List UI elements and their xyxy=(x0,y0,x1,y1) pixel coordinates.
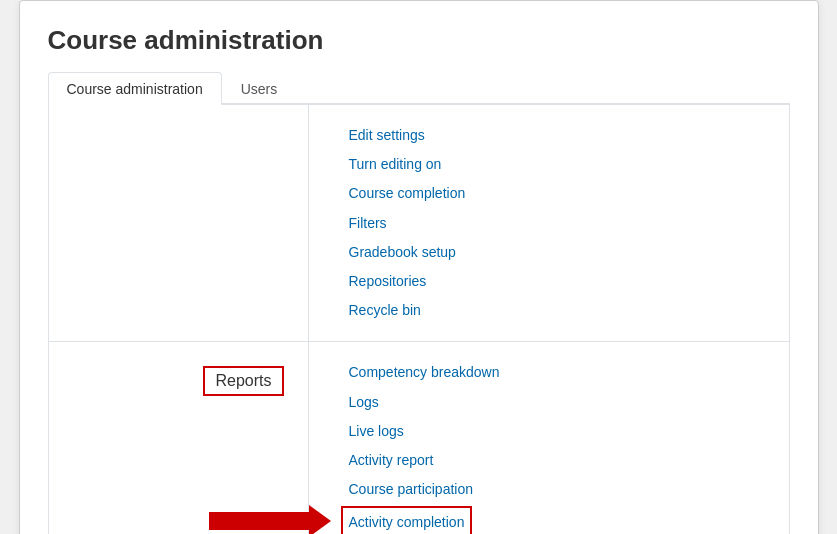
link-activity-completion[interactable]: Activity completion xyxy=(341,506,473,534)
reports-label: Reports xyxy=(203,366,283,396)
tab-bar: Course administration Users xyxy=(48,72,790,105)
link-turn-editing-on[interactable]: Turn editing on xyxy=(349,152,749,177)
link-activity-report[interactable]: Activity report xyxy=(349,448,749,473)
content-area: Edit settings Turn editing on Course com… xyxy=(48,105,790,534)
arrow-indicator xyxy=(209,505,331,534)
link-competency-breakdown[interactable]: Competency breakdown xyxy=(349,360,749,385)
reports-links-col: Competency breakdown Logs Live logs Acti… xyxy=(309,342,789,534)
arrow-head xyxy=(309,505,331,534)
general-section: Edit settings Turn editing on Course com… xyxy=(49,105,789,342)
general-links-col: Edit settings Turn editing on Course com… xyxy=(309,105,789,341)
link-course-participation[interactable]: Course participation xyxy=(349,477,749,502)
link-gradebook-setup[interactable]: Gradebook setup xyxy=(349,240,749,265)
link-logs[interactable]: Logs xyxy=(349,390,749,415)
link-filters[interactable]: Filters xyxy=(349,211,749,236)
link-recycle-bin[interactable]: Recycle bin xyxy=(349,298,749,323)
link-live-logs[interactable]: Live logs xyxy=(349,419,749,444)
reports-section: Reports Competency breakdown Logs Live l… xyxy=(49,342,789,534)
arrow-body xyxy=(209,512,309,530)
general-label-col xyxy=(49,105,309,341)
link-edit-settings[interactable]: Edit settings xyxy=(349,123,749,148)
tab-course-administration[interactable]: Course administration xyxy=(48,72,222,105)
page-title: Course administration xyxy=(48,25,790,56)
course-administration-window: Course administration Course administrat… xyxy=(19,0,819,534)
link-repositories[interactable]: Repositories xyxy=(349,269,749,294)
link-course-completion[interactable]: Course completion xyxy=(349,181,749,206)
tab-users[interactable]: Users xyxy=(222,72,297,105)
